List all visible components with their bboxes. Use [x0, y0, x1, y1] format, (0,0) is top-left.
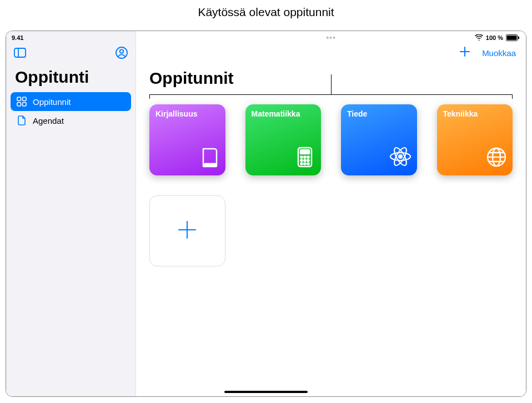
status-bar-right-panel: ••• 100 % [136, 31, 526, 42]
status-time: 9.41 [12, 34, 130, 41]
sidebar-item-label: Oppitunnit [33, 97, 71, 107]
svg-point-20 [307, 159, 309, 161]
edit-button[interactable]: Muokkaa [482, 48, 516, 58]
sidebar-item-label: Agendat [33, 116, 64, 125]
svg-point-24 [399, 155, 402, 158]
sidebar-item-agendas[interactable]: Agendat [11, 111, 131, 130]
card-title: Tekniikka [443, 109, 478, 118]
card-title: Kirjallisuus [155, 109, 197, 118]
svg-rect-9 [507, 36, 517, 40]
grid-icon [16, 97, 27, 107]
sidebar-title: Oppitunti [6, 66, 135, 92]
annotation-bracket [149, 90, 513, 98]
lesson-card-tech[interactable]: Tekniikka [437, 104, 513, 175]
svg-rect-4 [17, 97, 21, 101]
svg-rect-5 [23, 97, 27, 101]
profile-icon[interactable] [116, 47, 128, 61]
status-right-group: 100 % [475, 34, 519, 41]
battery-text: 100 % [486, 34, 503, 41]
lesson-card-literature[interactable]: Kirjallisuus [149, 104, 225, 175]
wifi-icon [475, 34, 483, 41]
svg-point-3 [120, 49, 123, 53]
globe-icon [485, 145, 508, 171]
svg-point-23 [307, 163, 309, 164]
calculator-icon [293, 145, 317, 171]
main-toolbar: Muokkaa [136, 42, 526, 63]
svg-rect-10 [518, 36, 519, 39]
lesson-card-science[interactable]: Tiede [341, 104, 417, 175]
battery-icon [506, 34, 519, 41]
lesson-card-math[interactable]: Matematiikka [245, 104, 322, 175]
book-icon [198, 145, 221, 171]
svg-point-19 [304, 159, 305, 161]
svg-rect-6 [17, 103, 21, 107]
sidebar-header [6, 42, 135, 66]
svg-point-18 [300, 159, 302, 161]
svg-rect-0 [14, 48, 26, 57]
main-content: ••• 100 % [136, 31, 526, 396]
annotation-label: Käytössä olevat oppitunnit [0, 6, 532, 19]
svg-point-16 [304, 156, 305, 158]
card-title: Matematiikka [252, 109, 300, 118]
add-button[interactable] [459, 46, 471, 60]
multitask-handle-icon[interactable]: ••• [326, 33, 336, 42]
sidebar-toggle-icon[interactable] [14, 48, 26, 60]
svg-rect-7 [23, 103, 27, 107]
document-icon [16, 115, 27, 125]
sidebar-items: Oppitunnit Agendat [6, 92, 135, 130]
lesson-cards-grid: Kirjallisuus Matematiikka [136, 98, 526, 273]
svg-point-15 [300, 156, 302, 158]
svg-point-22 [304, 163, 305, 164]
sidebar-item-lessons[interactable]: Oppitunnit [11, 92, 131, 111]
add-lesson-card[interactable] [149, 195, 225, 266]
home-indicator[interactable] [224, 391, 308, 393]
svg-point-21 [300, 163, 302, 164]
svg-point-17 [307, 156, 309, 158]
atom-icon [388, 144, 413, 171]
status-bar-left-panel: 9.41 [6, 31, 135, 42]
device-frame: 9.41 Oppitunti [6, 31, 526, 397]
sidebar: 9.41 Oppitunti [6, 31, 136, 396]
plus-icon [174, 217, 200, 245]
svg-rect-14 [300, 150, 309, 154]
card-title: Tiede [347, 109, 367, 118]
